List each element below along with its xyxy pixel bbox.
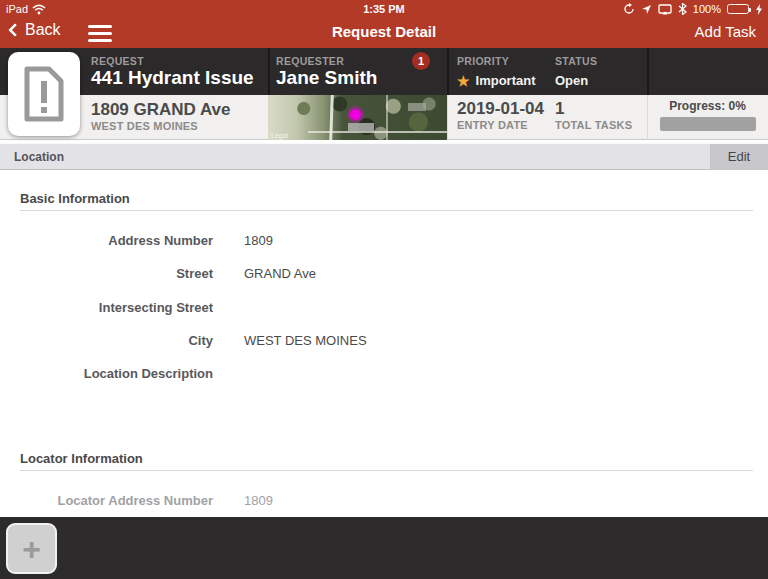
status-value: Open [555,73,588,88]
request-title: 441 Hydrant Issue [91,67,254,89]
divider [268,48,270,95]
map-road [308,131,447,133]
map-building [348,123,374,132]
bluetooth-icon [678,3,687,15]
rotation-lock-icon [623,3,635,15]
field-label-intersecting-street: Intersecting Street [20,300,213,315]
location-section-bar: Location Edit [0,143,768,170]
map-road [386,95,388,140]
field-value-address-number: 1809 [244,233,273,248]
divider [647,48,649,95]
entry-date-value: 2019-01-04 [457,99,544,119]
field-label-city: City [20,333,213,348]
request-address: 1809 GRAND Ave [91,100,231,120]
map-building [408,103,426,111]
requester-label: REQUESTER [276,55,344,67]
document-alert-icon [21,65,67,123]
priority-value: Important [476,73,536,88]
request-detail-screen: iPad 1:35 PM [0,0,768,579]
add-task-button[interactable]: Add Task [695,23,756,40]
page-title: Request Detail [0,23,768,40]
divider [447,48,449,95]
basic-information-heading: Basic Information [20,191,130,206]
add-attachment-button[interactable]: + [6,523,57,574]
field-label-address-number: Address Number [20,233,213,248]
divider [20,470,753,471]
battery-icon [727,4,749,14]
battery-percent-label: 100% [693,3,721,15]
priority-label: PRIORITY [457,55,509,67]
screen-mirroring-icon [658,4,672,15]
edit-button[interactable]: Edit [710,144,768,170]
entry-date-label: ENTRY DATE [457,119,528,131]
map-thumbnail[interactable]: Legal [268,95,447,140]
status-label: STATUS [555,55,597,67]
total-tasks-value: 1 [555,99,564,119]
field-value-locator-address-number: 1809 [244,493,273,508]
map-legal-label: Legal [271,132,288,139]
progress-bar [660,117,756,131]
field-label-street: Street [20,266,213,281]
request-summary-panel: REQUEST 441 Hydrant Issue 1809 GRAND Ave… [0,48,768,143]
map-pin-dot [350,109,361,120]
charging-bolt-icon [755,4,763,15]
divider [447,95,448,140]
requester-count-badge: 1 [412,52,430,70]
bottom-toolbar: + [0,517,768,579]
section-title: Location [14,144,64,170]
star-icon: ★ [457,74,470,88]
navigation-bar: Back Request Detail Add Task [0,18,768,48]
divider [20,210,753,211]
progress-label: Progress: 0% [647,99,768,113]
status-bar: iPad 1:35 PM [0,0,768,18]
progress-section: Progress: 0% [647,99,768,131]
request-label: REQUEST [91,55,144,67]
top-bar: iPad 1:35 PM [0,0,768,48]
plus-icon: + [22,533,41,565]
map-road [329,95,334,140]
locator-information-heading: Locator Information [20,451,143,466]
field-label-locator-address-number: Locator Address Number [20,493,213,508]
field-value-city: WEST DES MOINES [244,333,367,348]
field-label-location-description: Location Description [20,366,213,381]
total-tasks-label: TOTAL TASKS [555,119,632,131]
location-arrow-icon [641,4,652,15]
request-city: WEST DES MOINES [91,120,198,132]
requester-name: Jane Smith [276,67,377,89]
request-type-tile [8,52,80,136]
field-value-street: GRAND Ave [244,266,316,281]
